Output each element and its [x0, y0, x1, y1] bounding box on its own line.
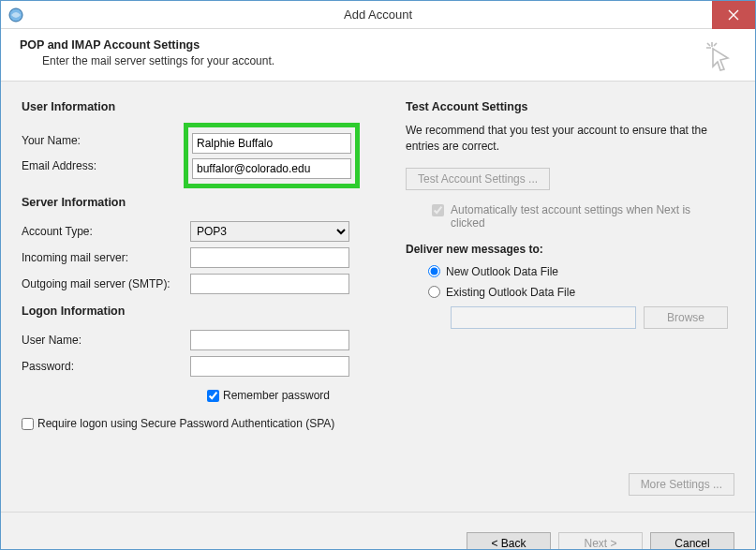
- next-button[interactable]: Next >: [558, 532, 643, 551]
- password-label: Password:: [22, 360, 190, 373]
- email-input[interactable]: [192, 158, 351, 179]
- test-description: We recommend that you test your account …: [406, 123, 734, 155]
- your-name-label: Your Name:: [22, 127, 190, 153]
- right-column: Test Account Settings We recommend that …: [406, 97, 734, 430]
- auto-test-label: Automatically test account settings when…: [451, 203, 722, 230]
- highlight-box: [184, 123, 360, 188]
- auto-test-checkbox[interactable]: [432, 204, 444, 216]
- new-data-file-radio[interactable]: [428, 265, 440, 277]
- incoming-server-input[interactable]: [190, 247, 349, 268]
- username-input[interactable]: [190, 330, 349, 350]
- left-column: User Information Your Name: Email Addres…: [22, 97, 378, 430]
- header-subtitle: Enter the mail server settings for your …: [42, 54, 736, 67]
- outgoing-server-label: Outgoing mail server (SMTP):: [22, 277, 190, 290]
- content-area: User Information Your Name: Email Addres…: [1, 82, 755, 512]
- your-name-input[interactable]: [192, 133, 351, 154]
- cancel-button[interactable]: Cancel: [650, 532, 734, 551]
- existing-data-file-radio[interactable]: [428, 286, 440, 298]
- logon-info-title: Logon Information: [22, 305, 378, 318]
- window-title: Add Account: [1, 7, 755, 22]
- deliver-title: Deliver new messages to:: [406, 243, 734, 256]
- back-button[interactable]: < Back: [467, 532, 551, 551]
- outgoing-server-input[interactable]: [190, 274, 349, 294]
- browse-button[interactable]: Browse: [644, 306, 728, 329]
- email-label: Email Address:: [22, 153, 190, 178]
- incoming-server-label: Incoming mail server:: [22, 251, 190, 264]
- close-button[interactable]: [712, 1, 755, 29]
- server-info-title: Server Information: [22, 196, 378, 209]
- more-settings-button[interactable]: More Settings ...: [629, 473, 734, 496]
- user-info-title: User Information: [22, 100, 378, 113]
- title-bar: Add Account: [1, 1, 755, 29]
- new-data-file-label: New Outlook Data File: [446, 265, 558, 278]
- existing-data-file-input[interactable]: [451, 306, 636, 329]
- spa-label: Require logon using Secure Password Auth…: [37, 417, 334, 430]
- remember-password-label: Remember password: [223, 389, 330, 402]
- existing-data-file-label: Existing Outlook Data File: [446, 286, 575, 299]
- account-type-select[interactable]: POP3: [190, 221, 349, 242]
- username-label: User Name:: [22, 334, 190, 347]
- cursor-sparkle-icon: [703, 38, 734, 72]
- header-title: POP and IMAP Account Settings: [20, 38, 736, 52]
- account-type-label: Account Type:: [22, 225, 190, 238]
- test-account-button[interactable]: Test Account Settings ...: [406, 168, 550, 190]
- wizard-header: POP and IMAP Account Settings Enter the …: [1, 29, 755, 82]
- remember-password-checkbox[interactable]: [207, 390, 219, 402]
- spa-checkbox[interactable]: [22, 418, 34, 430]
- test-title: Test Account Settings: [406, 100, 734, 113]
- footer: < Back Next > Cancel: [1, 512, 755, 550]
- password-input[interactable]: [190, 356, 349, 377]
- app-icon: [8, 7, 23, 22]
